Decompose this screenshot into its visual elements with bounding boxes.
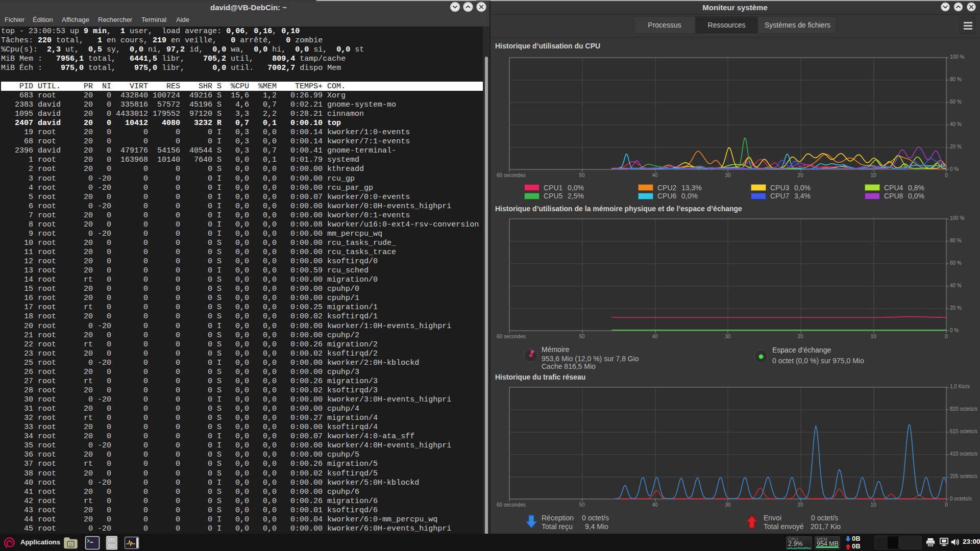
svg-text:D: D	[69, 542, 72, 547]
